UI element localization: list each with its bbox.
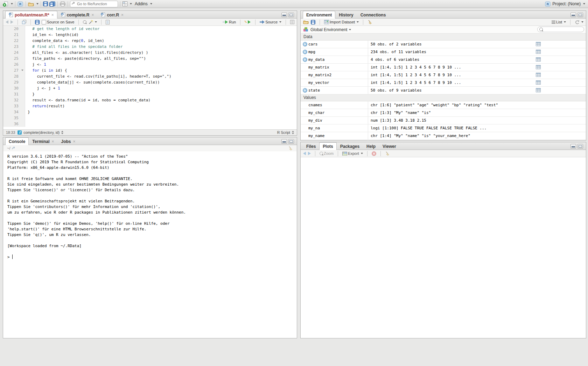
code-line[interactable]: 21 id_len <- length(id) — [3, 32, 297, 38]
document-outline-button[interactable] — [290, 20, 294, 24]
env-row[interactable]: my_matrix2int [1:4, 1:5] 1 2 3 4 5 6 7 8… — [301, 71, 586, 79]
code-line[interactable]: 35 — [3, 115, 297, 121]
environment-scope-selector[interactable]: Global Environment — [310, 27, 351, 32]
view-data-grid-icon[interactable] — [536, 73, 541, 78]
env-row[interactable]: my_namechr [1:4] "My" "name" "is" "your_… — [301, 132, 586, 140]
remove-plot-button[interactable] — [372, 151, 376, 156]
minimize-pane-button[interactable] — [570, 144, 576, 149]
minimize-pane-button[interactable] — [281, 139, 287, 144]
code-line[interactable]: 30 j <- j + 1 — [3, 85, 297, 91]
maximize-pane-button[interactable] — [288, 139, 294, 144]
fold-arrow-icon[interactable] — [21, 70, 23, 71]
code-line[interactable]: 23 # find all files in the specdata fold… — [3, 44, 297, 50]
code-line[interactable]: 22 complete_data <- rep(0, id_len) — [3, 38, 297, 44]
tab-corr-r[interactable]: Rcorr.R× — [97, 11, 127, 19]
env-row[interactable]: my_data4 obs. of 6 variables — [301, 56, 586, 64]
close-icon[interactable]: × — [51, 140, 54, 143]
find-replace-button[interactable] — [83, 20, 86, 24]
tab-pollutantmean-r-[interactable]: Rpollutantmean.R*× — [5, 11, 57, 19]
expand-arrow-icon[interactable] — [303, 57, 307, 62]
previous-plot-button[interactable] — [303, 152, 306, 155]
tab-complete-r[interactable]: Rcomplete.R× — [57, 11, 98, 19]
code-line[interactable]: 28 current_file <- read.csv(file_paths[i… — [3, 73, 297, 79]
env-row[interactable]: my_charchr [1:3] "My" "name" "is" — [301, 109, 586, 117]
view-data-grid-icon[interactable] — [536, 42, 541, 47]
tab-connections[interactable]: Connections — [357, 11, 390, 19]
clear-console-broom-icon[interactable] — [288, 146, 293, 151]
tab-viewer[interactable]: Viewer — [379, 142, 399, 150]
view-data-grid-icon[interactable] — [536, 88, 541, 93]
zoom-plot-button[interactable]: Zoom — [320, 151, 334, 156]
source-button[interactable]: Source — [260, 20, 281, 24]
expand-arrow-icon[interactable] — [303, 50, 307, 54]
addins-menu[interactable]: Addins — [135, 1, 152, 6]
view-data-grid-icon[interactable] — [536, 57, 541, 63]
filetype-selector[interactable]: R Script — [277, 130, 294, 135]
env-row[interactable]: cars50 obs. of 2 variables — [301, 41, 586, 48]
tab-environment[interactable]: Environment — [303, 11, 335, 19]
close-icon[interactable]: × — [121, 13, 124, 17]
maximize-pane-button[interactable] — [578, 13, 583, 17]
checkbox-checked-icon[interactable] — [42, 20, 46, 24]
env-row[interactable]: mpg234 obs. of 11 variables — [301, 48, 586, 56]
save-workspace-button[interactable] — [311, 20, 315, 24]
view-data-grid-icon[interactable] — [536, 80, 541, 86]
code-line[interactable]: 34} — [3, 109, 297, 115]
goto-file-function[interactable] — [70, 1, 118, 7]
goto-input[interactable] — [70, 1, 118, 7]
tab-jobs[interactable]: Jobs× — [57, 137, 79, 145]
code-line[interactable]: 20 # get the length of id vector — [3, 26, 297, 32]
clear-all-plots-button[interactable] — [385, 151, 390, 156]
tab-packages[interactable]: Packages — [337, 142, 363, 150]
code-line[interactable]: 31 } — [3, 91, 297, 97]
goto-directory-icon[interactable] — [12, 146, 16, 150]
tab-history[interactable]: History — [335, 11, 357, 19]
new-file-button[interactable] — [3, 1, 13, 7]
tab-plots[interactable]: Plots — [319, 142, 336, 150]
tab-console[interactable]: Console — [5, 137, 29, 145]
source-on-save-checkbox[interactable]: Source on Save — [42, 20, 74, 24]
rerun-button[interactable] — [245, 20, 251, 24]
expand-arrow-icon[interactable] — [303, 88, 307, 93]
code-line[interactable]: 36 — [3, 121, 297, 127]
workspace-panes-button[interactable] — [122, 1, 132, 6]
view-data-grid-icon[interactable] — [536, 65, 541, 70]
code-line[interactable]: 24 all_files <- as.character( list.files… — [3, 50, 297, 56]
tab-help[interactable]: Help — [363, 142, 379, 150]
minimize-pane-button[interactable] — [570, 13, 576, 17]
maximize-pane-button[interactable] — [288, 13, 294, 17]
clear-environment-button[interactable] — [368, 20, 372, 24]
compile-report-button[interactable] — [106, 20, 110, 24]
next-plot-button[interactable] — [308, 152, 311, 155]
code-editor[interactable]: 20 # get the length of id vector21 id_le… — [3, 26, 297, 127]
expand-arrow-icon[interactable] — [303, 42, 307, 46]
code-line[interactable]: 32 result <- data.frame(id = id, nobs = … — [3, 97, 297, 103]
print-button[interactable] — [60, 1, 65, 6]
environment-search[interactable] — [537, 27, 584, 32]
console-output[interactable]: R version 3.6.1 (2019-07-05) -- "Action … — [3, 151, 297, 263]
code-line[interactable]: 29 complete_data[j] <- sum(complete.case… — [3, 79, 297, 85]
function-scope-selector[interactable]: f complete(directory, id) — [18, 130, 63, 135]
close-icon[interactable]: × — [51, 13, 54, 17]
view-data-grid-icon[interactable] — [536, 50, 541, 55]
export-plot-button[interactable]: Export — [342, 151, 363, 156]
minimize-pane-button[interactable] — [281, 13, 287, 17]
save-doc-button[interactable] — [35, 20, 40, 24]
code-line[interactable]: 25 file_paths <- paste(directory, all_fi… — [3, 56, 297, 62]
forward-button[interactable] — [10, 20, 13, 24]
close-icon[interactable]: × — [73, 140, 76, 143]
maximize-pane-button[interactable] — [578, 144, 583, 149]
save-button[interactable] — [43, 1, 48, 6]
load-workspace-button[interactable] — [303, 20, 309, 24]
new-project-button[interactable]: R — [18, 1, 23, 7]
env-row[interactable]: my_matrixint [1:4, 1:5] 1 2 3 4 5 6 7 8 … — [301, 64, 586, 71]
env-row[interactable]: my_vectorint [1:4, 1:5] 1 2 3 4 5 6 7 8 … — [301, 79, 586, 87]
list-view-selector[interactable]: List — [552, 20, 566, 24]
search-input[interactable] — [544, 27, 582, 32]
back-button[interactable] — [6, 20, 8, 24]
code-line[interactable]: 26 j <- 1 — [3, 62, 297, 67]
close-icon[interactable]: × — [91, 13, 94, 17]
run-button[interactable]: Run — [223, 20, 236, 24]
tab-files[interactable]: Files — [303, 142, 319, 150]
env-row[interactable]: my_divnum [1:3] 3.48 3.18 2.15 — [301, 117, 586, 124]
